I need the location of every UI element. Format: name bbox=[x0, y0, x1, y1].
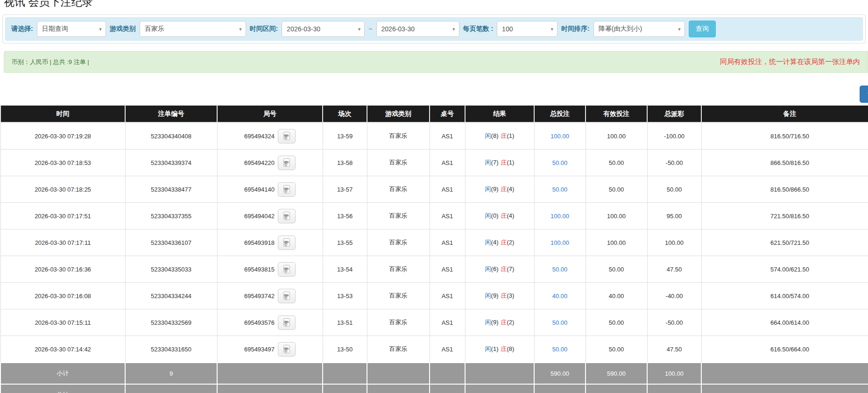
table-row: 2026-03-30 07:16:36523304335033695493815… bbox=[0, 256, 868, 283]
col-header-payout: 总派彩 bbox=[647, 105, 701, 122]
cell-result: 闲(9)庄(3) bbox=[465, 283, 534, 309]
video-replay-button[interactable] bbox=[278, 262, 296, 277]
video-file-icon bbox=[282, 131, 291, 141]
cell-total-bet: 50.00 bbox=[534, 176, 586, 203]
cell-total-bet: 50.00 bbox=[534, 336, 586, 363]
records-head: 时间注单编号局号场次游戏类别桌号结果总投注有效投注总派彩备注 bbox=[0, 105, 868, 122]
cell-game-type: 百家乐 bbox=[367, 122, 430, 150]
date-from-select[interactable]: 2026-03-30 ▾ bbox=[282, 21, 365, 37]
subtotal-row: 小计9590.00590.00100.00 bbox=[0, 363, 868, 384]
total-bet-link[interactable]: 50.00 bbox=[552, 266, 568, 273]
chevron-down-icon: ▾ bbox=[678, 26, 681, 32]
player-result: 闲 bbox=[485, 345, 491, 352]
total-bet-link[interactable]: 50.00 bbox=[552, 159, 568, 166]
cell-round-id: 695493918 bbox=[217, 229, 323, 256]
player-score: (1) bbox=[491, 345, 499, 352]
table-row: 2026-03-30 07:18:25523304338477695494140… bbox=[0, 176, 868, 203]
footer-payout: 100.00 bbox=[647, 363, 701, 384]
cell-bet-id: 523304338477 bbox=[125, 176, 217, 203]
banker-score: (3) bbox=[507, 292, 515, 299]
banker-result: 庄 bbox=[501, 159, 507, 166]
player-result: 闲 bbox=[485, 212, 491, 219]
table-row: 2026-03-30 07:17:11523304336107695493918… bbox=[0, 229, 868, 256]
footer-label: 总计 bbox=[0, 384, 125, 393]
video-replay-button[interactable] bbox=[278, 129, 296, 143]
cell-table-no: AS1 bbox=[430, 150, 465, 176]
game-type-select[interactable]: 百家乐 ▾ bbox=[140, 21, 246, 37]
query-mode-value: 日期查询 bbox=[42, 25, 68, 33]
header-row: 时间注单编号局号场次游戏类别桌号结果总投注有效投注总派彩备注 bbox=[0, 105, 868, 122]
banker-result: 庄 bbox=[501, 239, 507, 246]
video-replay-button[interactable] bbox=[278, 236, 296, 250]
time-sort-select[interactable]: 降幂(由大到小) ▾ bbox=[593, 21, 685, 37]
col-header-time: 时间 bbox=[0, 105, 125, 122]
cell-session: 13-55 bbox=[323, 229, 367, 256]
cell-table-no: AS1 bbox=[430, 309, 465, 336]
cell-valid-bet: 50.00 bbox=[586, 336, 647, 363]
cell-payout: -100.00 bbox=[647, 122, 701, 150]
cell-table-no: AS1 bbox=[430, 229, 465, 256]
cell-payout: -50.00 bbox=[647, 309, 701, 336]
total-bet-link[interactable]: 50.00 bbox=[552, 319, 568, 326]
table-row: 2026-03-30 07:16:08523304334244695493742… bbox=[0, 283, 868, 309]
date-range-tilde: ~ bbox=[368, 25, 372, 33]
footer-count: 9 bbox=[125, 384, 217, 393]
total-bet-link[interactable]: 40.00 bbox=[552, 293, 568, 300]
cell-remark: 816.50/866.50 bbox=[701, 176, 868, 203]
game-type-value: 百家乐 bbox=[145, 25, 164, 33]
cell-game-type: 百家乐 bbox=[367, 309, 430, 336]
date-to-value: 2026-03-30 bbox=[381, 25, 415, 33]
cell-time: 2026-03-30 07:18:25 bbox=[0, 176, 125, 203]
cell-bet-id: 523304334244 bbox=[125, 283, 217, 309]
col-header-round-id: 局号 bbox=[217, 105, 323, 122]
scroll-top-button[interactable]: ↑ bbox=[860, 86, 868, 103]
cell-table-no: AS1 bbox=[430, 283, 465, 309]
player-score: (9) bbox=[491, 292, 499, 299]
cell-time: 2026-03-30 07:18:53 bbox=[0, 150, 125, 176]
cell-payout: 47.50 bbox=[647, 336, 701, 363]
round-id-text: 695494140 bbox=[244, 186, 275, 193]
time-sort-value: 降幂(由大到小) bbox=[599, 25, 642, 33]
cell-session: 13-58 bbox=[323, 150, 367, 176]
cell-bet-id: 523304336107 bbox=[125, 229, 217, 256]
cell-round-id: 695494042 bbox=[217, 203, 323, 229]
footer-empty bbox=[217, 363, 323, 384]
player-result: 闲 bbox=[485, 239, 491, 246]
video-file-icon bbox=[282, 291, 291, 300]
total-bet-link[interactable]: 50.00 bbox=[552, 346, 568, 353]
page-size-select[interactable]: 100 ▾ bbox=[497, 21, 557, 37]
filter-panel: 请选择: 日期查询 ▾ 游戏类别 百家乐 ▾ 时间区间: 2026-03-30 … bbox=[2, 14, 866, 43]
round-id-text: 695493742 bbox=[244, 293, 275, 300]
query-mode-label: 请选择: bbox=[11, 25, 33, 33]
total-bet-link[interactable]: 100.00 bbox=[550, 133, 569, 140]
video-replay-button[interactable] bbox=[278, 156, 296, 170]
search-button[interactable]: 查询 bbox=[689, 21, 716, 37]
video-replay-button[interactable] bbox=[278, 209, 296, 223]
player-result: 闲 bbox=[485, 319, 491, 326]
cell-round-id: 695493815 bbox=[217, 256, 323, 283]
cell-valid-bet: 50.00 bbox=[586, 256, 647, 283]
cell-bet-id: 523304339374 bbox=[125, 150, 217, 176]
cell-valid-bet: 40.00 bbox=[586, 283, 647, 309]
round-id-text: 695493576 bbox=[244, 319, 275, 326]
cell-session: 13-56 bbox=[323, 203, 367, 229]
video-replay-button[interactable] bbox=[278, 315, 296, 330]
cell-session: 13-59 bbox=[323, 122, 367, 150]
cell-valid-bet: 50.00 bbox=[586, 176, 647, 203]
total-bet-link[interactable]: 100.00 bbox=[550, 213, 569, 220]
banker-score: (1) bbox=[507, 159, 515, 166]
video-replay-button[interactable] bbox=[278, 182, 296, 197]
total-bet-link[interactable]: 100.00 bbox=[550, 239, 569, 246]
cell-remark: 664.00/614.00 bbox=[701, 309, 868, 336]
cell-time: 2026-03-30 07:15:11 bbox=[0, 309, 125, 336]
cell-round-id: 695494140 bbox=[217, 176, 323, 203]
video-replay-button[interactable] bbox=[278, 289, 296, 303]
date-to-select[interactable]: 2026-03-30 ▾ bbox=[376, 21, 459, 37]
total-bet-link[interactable]: 50.00 bbox=[552, 186, 568, 193]
query-mode-select[interactable]: 日期查询 ▾ bbox=[37, 21, 106, 37]
player-result: 闲 bbox=[485, 186, 491, 193]
col-header-valid-bet: 有效投注 bbox=[586, 105, 647, 122]
video-replay-button[interactable] bbox=[278, 342, 296, 357]
cell-payout: 95.00 bbox=[647, 203, 701, 229]
cell-table-no: AS1 bbox=[430, 176, 465, 203]
